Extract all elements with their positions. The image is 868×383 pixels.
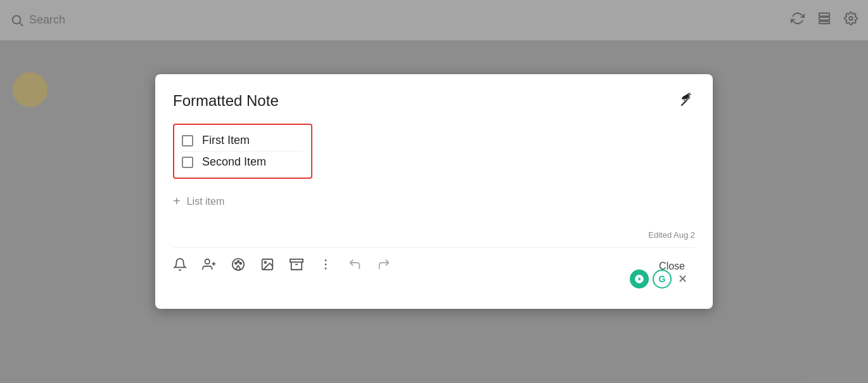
grammarly-check-icon[interactable] xyxy=(630,269,649,289)
modal-toolbar: Close xyxy=(173,247,695,277)
svg-line-8 xyxy=(682,101,686,105)
modal-overlay: Formatted Note First Item Second Item xyxy=(0,0,868,383)
modal-dialog: Formatted Note First Item Second Item xyxy=(155,74,713,309)
svg-point-23 xyxy=(325,264,327,266)
archive-icon[interactable] xyxy=(290,257,303,275)
item-label-1: First Item xyxy=(202,134,250,147)
add-image-icon[interactable] xyxy=(260,257,274,275)
color-palette-icon[interactable] xyxy=(231,257,245,275)
checklist-item-2: Second Item xyxy=(182,151,303,172)
grammarly-g-icon[interactable]: G xyxy=(653,269,672,289)
undo-icon[interactable] xyxy=(348,257,362,275)
svg-point-11 xyxy=(205,259,210,264)
svg-point-15 xyxy=(235,263,237,264)
svg-point-17 xyxy=(239,263,241,264)
add-list-item[interactable]: + List item xyxy=(173,192,695,211)
svg-point-10 xyxy=(179,258,181,259)
svg-point-16 xyxy=(238,261,239,263)
checkbox-1[interactable] xyxy=(182,135,193,146)
inline-close-icon[interactable]: ✕ xyxy=(678,272,687,286)
checkbox-2[interactable] xyxy=(182,157,193,168)
item-label-2: Second Item xyxy=(202,155,266,169)
svg-rect-20 xyxy=(290,259,303,263)
svg-point-19 xyxy=(264,261,266,263)
redo-icon[interactable] xyxy=(377,257,391,275)
checklist-container: First Item Second Item xyxy=(173,124,312,179)
modal-title: Formatted Note xyxy=(173,92,279,110)
modal-header: Formatted Note xyxy=(173,92,695,111)
svg-point-22 xyxy=(325,259,327,261)
pin-icon[interactable] xyxy=(680,92,695,111)
checklist-item-1: First Item xyxy=(182,130,303,151)
svg-point-24 xyxy=(325,268,327,269)
edited-timestamp: Edited Aug 2 xyxy=(173,230,695,240)
plus-icon: + xyxy=(173,194,181,209)
more-options-icon[interactable] xyxy=(319,257,333,275)
bell-icon[interactable] xyxy=(173,257,187,275)
add-collaborator-icon[interactable] xyxy=(202,257,216,275)
add-item-label: List item xyxy=(187,196,225,207)
